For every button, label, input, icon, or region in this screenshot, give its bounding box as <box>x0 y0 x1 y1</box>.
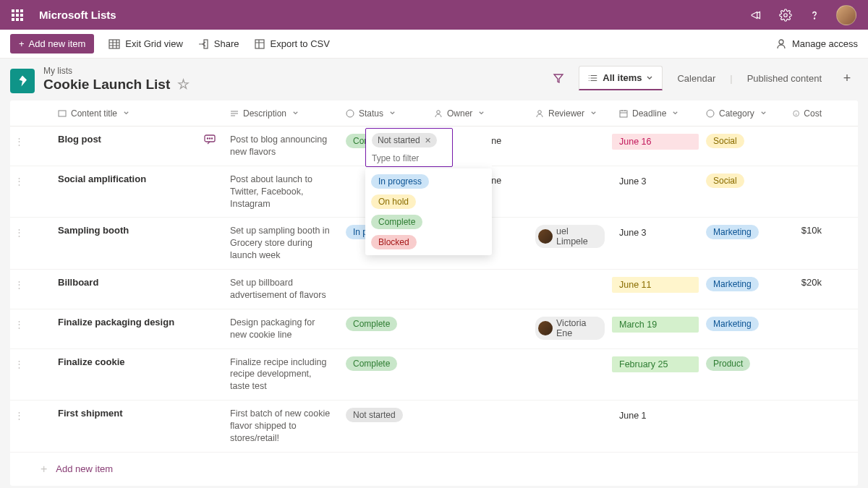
drag-handle-icon[interactable]: ⋮ <box>10 317 27 330</box>
status-option-in-progress[interactable]: In progress <box>371 174 429 189</box>
add-new-item-row[interactable]: + Add new item <box>10 453 858 486</box>
row-title: Social amplification <box>58 174 146 184</box>
category-pill[interactable]: Product <box>706 356 750 371</box>
svg-point-7 <box>346 110 354 117</box>
deadline-cell[interactable]: March 19 <box>612 317 699 333</box>
category-pill[interactable]: Marketing <box>706 277 759 291</box>
row-title: Finalize packaging design <box>58 317 174 328</box>
row-title: Billboard <box>58 277 98 288</box>
help-icon[interactable] <box>807 8 822 22</box>
svg-point-9 <box>538 110 542 114</box>
status-filter-box[interactable]: Not started ✕ <box>365 128 453 167</box>
breadcrumb[interactable]: My lists <box>43 66 190 76</box>
category-pill[interactable]: Marketing <box>706 225 759 239</box>
status-filter-input[interactable] <box>372 153 446 163</box>
row-title: Sampling booth <box>58 225 129 236</box>
deadline-cell[interactable]: June 3 <box>612 174 699 189</box>
plus-icon: + <box>41 463 47 476</box>
col-cost[interactable]: Cost <box>786 108 829 119</box>
row-description: First batch of new cookie flavor shipped… <box>223 408 339 445</box>
col-deadline[interactable]: Deadline <box>612 108 699 119</box>
table-row[interactable]: ⋮BillboardSet up billboard advertisement… <box>10 270 858 309</box>
col-content-title[interactable]: Content title <box>27 108 223 119</box>
grid-icon <box>109 38 120 50</box>
export-csv-button[interactable]: Export to CSV <box>254 38 330 50</box>
deadline-cell[interactable]: June 11 <box>612 277 699 293</box>
status-option-on-hold[interactable]: On hold <box>371 194 416 209</box>
svg-point-15 <box>209 138 210 139</box>
choice-icon <box>346 109 354 118</box>
row-description: Post about launch to Twitter, Facebook, … <box>223 174 339 210</box>
command-bar: + Add new item Exit Grid view Share Expo… <box>0 30 868 59</box>
chevron-down-icon <box>292 110 299 116</box>
category-pill[interactable]: Marketing <box>706 317 759 331</box>
exit-grid-view-button[interactable]: Exit Grid view <box>109 38 182 50</box>
col-category[interactable]: Category <box>699 108 786 119</box>
status-option-complete[interactable]: Complete <box>371 215 422 229</box>
svg-point-0 <box>784 13 788 17</box>
plus-icon: + <box>19 38 25 49</box>
col-status[interactable]: Status <box>339 108 427 119</box>
col-owner[interactable]: Owner <box>427 108 528 119</box>
status-pill[interactable]: Complete <box>346 356 397 371</box>
comment-icon[interactable] <box>204 134 216 145</box>
row-title: Blog post <box>58 134 101 145</box>
user-avatar[interactable] <box>836 5 856 25</box>
info-icon <box>793 109 799 118</box>
deadline-cell[interactable]: June 1 <box>612 408 699 424</box>
export-icon <box>254 38 265 50</box>
deadline-cell[interactable]: June 3 <box>612 225 699 241</box>
deadline-cell[interactable]: February 25 <box>612 356 699 372</box>
status-chip-not-started[interactable]: Not started ✕ <box>372 133 437 147</box>
drag-handle-icon[interactable]: ⋮ <box>10 134 27 147</box>
svg-rect-4 <box>255 40 264 48</box>
view-published-content[interactable]: Published content <box>743 70 826 87</box>
filter-icon[interactable] <box>548 68 569 88</box>
person-icon <box>434 109 443 118</box>
list-view-icon <box>588 73 598 83</box>
favorite-star-icon[interactable]: ☆ <box>177 76 190 93</box>
avatar <box>538 321 553 335</box>
status-filter-dropdown: Not started ✕ In progress On hold Comple… <box>365 128 492 255</box>
drag-handle-icon[interactable]: ⋮ <box>10 356 27 369</box>
share-button[interactable]: Share <box>197 38 239 50</box>
svg-point-5 <box>779 40 783 44</box>
status-pill[interactable]: Not started <box>346 408 403 422</box>
col-description[interactable]: Description <box>223 108 339 119</box>
column-header-row: Content title Description Status Owner R <box>10 100 858 127</box>
drag-handle-icon[interactable]: ⋮ <box>10 408 27 421</box>
settings-icon[interactable] <box>778 8 793 22</box>
category-pill[interactable]: Social <box>706 174 744 188</box>
person-icon <box>775 38 787 50</box>
app-launcher-icon[interactable] <box>6 4 29 27</box>
megaphone-icon[interactable] <box>749 8 764 22</box>
table-row[interactable]: ⋮First shipmentFirst batch of new cookie… <box>10 401 858 453</box>
view-all-items[interactable]: All items <box>579 66 663 90</box>
lines-icon <box>230 109 239 118</box>
category-pill[interactable]: Social <box>706 134 744 148</box>
status-option-blocked[interactable]: Blocked <box>371 235 417 249</box>
chevron-down-icon <box>672 110 678 116</box>
remove-chip-icon[interactable]: ✕ <box>425 136 431 145</box>
add-new-item-button[interactable]: + Add new item <box>10 34 94 53</box>
reviewer-pill[interactable]: Victoria Ene <box>535 317 605 340</box>
svg-rect-3 <box>204 40 208 48</box>
row-description: Post to blog announcing new flavors <box>223 134 339 158</box>
app-name: Microsoft Lists <box>39 9 116 21</box>
manage-access-button[interactable]: Manage access <box>775 38 858 50</box>
chevron-down-icon <box>478 110 485 116</box>
deadline-cell[interactable]: June 16 <box>612 134 699 150</box>
row-description: Design packaging for new cookie line <box>223 317 339 341</box>
svg-point-14 <box>207 138 208 139</box>
drag-handle-icon[interactable]: ⋮ <box>10 174 27 187</box>
col-reviewer[interactable]: Reviewer <box>528 108 612 119</box>
add-view-button[interactable]: + <box>836 67 858 89</box>
table-row[interactable]: ⋮Finalize cookieFinalize recipe includin… <box>10 349 858 401</box>
status-pill[interactable]: Complete <box>346 317 397 331</box>
drag-handle-icon[interactable]: ⋮ <box>10 225 27 238</box>
view-calendar[interactable]: Calendar <box>673 70 720 87</box>
drag-handle-icon[interactable]: ⋮ <box>10 277 27 290</box>
row-description: Set up billboard advertisement of flavor… <box>223 277 339 301</box>
table-row[interactable]: ⋮Finalize packaging designDesign packagi… <box>10 309 858 349</box>
reviewer-pill[interactable]: uel Limpele <box>535 225 605 248</box>
